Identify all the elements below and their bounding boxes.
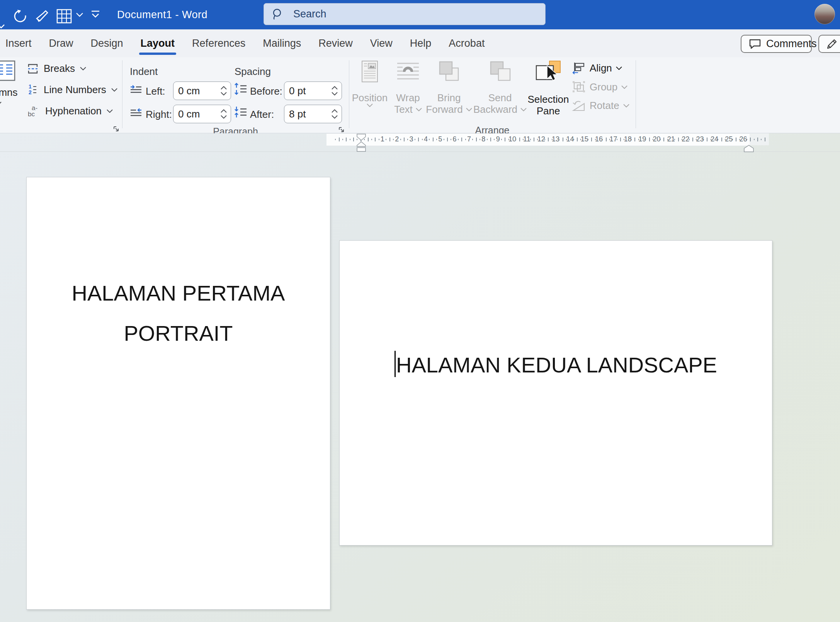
ruler-tick: [519, 138, 520, 141]
ruler-tick: [563, 138, 563, 141]
ribbon-content: umns Breaks 1 2: [0, 57, 840, 133]
tab-help[interactable]: Help: [409, 29, 432, 57]
ruler-tick: [379, 139, 379, 140]
user-avatar[interactable]: [814, 4, 835, 24]
line-numbers-icon: 1 2: [27, 83, 39, 96]
chevron-down-icon: [623, 104, 629, 107]
rotate-button[interactable]: Rotate: [572, 99, 629, 112]
columns-button[interactable]: umns: [0, 60, 22, 105]
breaks-button[interactable]: Breaks: [27, 63, 86, 75]
ruler-tick: [678, 138, 679, 141]
ruler-tick: [433, 138, 434, 141]
spinner-arrows[interactable]: [332, 109, 338, 119]
spinner-arrows[interactable]: [332, 86, 338, 95]
ruler-tick: [634, 138, 635, 141]
indent-right-input[interactable]: 0 cm: [173, 105, 231, 123]
indent-left-icon: [130, 84, 142, 95]
format-painter-icon[interactable]: [35, 8, 50, 24]
tab-design[interactable]: Design: [90, 29, 124, 57]
group-separator: [349, 60, 349, 128]
ruler-tick: [746, 139, 747, 140]
group-separator: [636, 60, 636, 128]
position-button[interactable]: Position: [350, 60, 390, 122]
ruler-ticks: 1234567891011121314151617181920212223242…: [0, 133, 840, 145]
svg-text:2: 2: [29, 89, 32, 95]
customize-qat-icon[interactable]: [90, 10, 100, 19]
group-button[interactable]: Group: [572, 80, 627, 93]
ruler-tick: [490, 138, 491, 141]
ruler-tick: [339, 138, 340, 141]
ruler-tick: [606, 138, 607, 141]
ruler-tick: [721, 138, 722, 141]
ruler-tick: [371, 139, 372, 140]
chevron-down-icon[interactable]: [76, 12, 83, 17]
group-objects-icon: [572, 80, 586, 93]
right-indent-marker[interactable]: [744, 145, 754, 152]
tab-layout[interactable]: Layout: [140, 29, 176, 57]
ruler-tick: [577, 138, 578, 141]
page-landscape[interactable]: HALAMAN KEDUA LANDSCAPE: [339, 240, 772, 546]
hanging-indent-marker[interactable]: [357, 141, 366, 147]
tab-references[interactable]: References: [191, 29, 246, 57]
ruler-tick: [480, 139, 480, 140]
chevron-down-icon: [0, 102, 22, 105]
ruler-tick: [645, 139, 646, 140]
page-setup-dialog-launcher[interactable]: [112, 125, 120, 133]
wrap-text-button[interactable]: Wrap Text: [388, 60, 428, 122]
editing-button[interactable]: E: [818, 35, 840, 53]
ruler-tick: [505, 138, 505, 141]
chevron-down-icon: [520, 108, 527, 111]
ruler-tick: [674, 139, 675, 140]
line-numbers-button[interactable]: 1 2 Line Numbers: [27, 83, 117, 96]
ruler-tick: [765, 138, 765, 141]
bring-forward-button[interactable]: Bring Forward: [427, 60, 471, 122]
ribbon-tabs: Insert Draw Design Layout References Mai…: [5, 29, 485, 57]
redo-icon[interactable]: [13, 8, 28, 24]
spacing-after-icon: [234, 106, 247, 119]
ruler-tick: [386, 139, 386, 140]
align-button[interactable]: Align: [572, 62, 622, 74]
left-indent-marker[interactable]: [357, 147, 366, 152]
ruler-number: 6: [453, 133, 457, 145]
hyphenation-button[interactable]: a- bc Hyphenation: [27, 104, 113, 117]
spacing-label: Spacing: [235, 66, 271, 78]
mouse-cursor: [546, 65, 559, 83]
send-backward-icon: [489, 60, 511, 83]
indent-left-input[interactable]: 0 cm: [173, 82, 231, 100]
document-canvas[interactable]: 1234567891011121314151617181920212223242…: [0, 133, 840, 622]
tab-review[interactable]: Review: [318, 29, 354, 57]
ruler-number: 20: [653, 133, 660, 145]
ruler-tick: [350, 139, 350, 140]
spinner-arrows[interactable]: [221, 109, 227, 119]
first-line-indent-marker[interactable]: [357, 134, 366, 141]
spinner-arrows[interactable]: [221, 86, 227, 95]
ribbon-tab-row: Insert Draw Design Layout References Mai…: [0, 29, 840, 57]
tab-mailings[interactable]: Mailings: [262, 29, 302, 57]
spacing-after-input[interactable]: 8 pt: [284, 105, 342, 123]
indent-right-field-label: Right:: [146, 109, 172, 121]
tab-insert[interactable]: Insert: [5, 29, 32, 57]
tab-acrobat[interactable]: Acrobat: [448, 29, 485, 57]
ruler-tick: [476, 138, 477, 141]
tab-view[interactable]: View: [369, 29, 393, 57]
chevron-down-icon: [80, 67, 86, 70]
ruler-number: 8: [481, 133, 485, 145]
comments-button[interactable]: Comments: [741, 35, 812, 53]
ruler-number: 13: [552, 133, 559, 145]
ruler-tick: [703, 139, 704, 140]
ruler-tick: [548, 138, 549, 141]
spacing-before-input[interactable]: 0 pt: [284, 82, 342, 100]
page1-text: HALAMAN PERTAMA PORTRAIT: [27, 273, 330, 353]
table-icon[interactable]: [56, 8, 72, 24]
search-input[interactable]: Search: [264, 3, 546, 25]
selection-pane-button[interactable]: Selection Pane: [526, 60, 570, 122]
page2-line1: HALAMAN KEDUA LANDSCAPE: [396, 353, 717, 377]
send-backward-button[interactable]: Send Backward: [477, 60, 523, 122]
ruler-tick: [689, 139, 690, 140]
paragraph-dialog-launcher[interactable]: [338, 126, 345, 134]
ruler-tick: [422, 139, 423, 140]
ruler-number: 26: [740, 133, 747, 145]
page-portrait[interactable]: HALAMAN PERTAMA PORTRAIT: [26, 177, 330, 610]
tab-draw[interactable]: Draw: [48, 29, 74, 57]
ruler-tick: [534, 138, 534, 141]
